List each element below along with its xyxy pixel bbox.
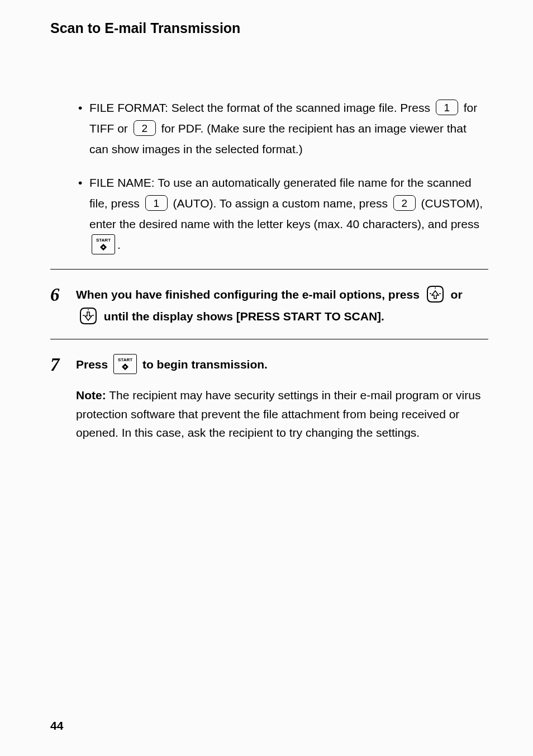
- bullet-file-name-text: FILE NAME: To use an automatically gener…: [89, 173, 488, 256]
- arrow-up-icon: [425, 284, 445, 304]
- page-title: Scan to E-mail Transmission: [50, 20, 488, 36]
- step-6-text2: or: [448, 288, 463, 301]
- file-name-label: FILE NAME:: [89, 176, 155, 189]
- bullet-file-name: • FILE NAME: To use an automatically gen…: [78, 173, 488, 256]
- bullet-dot-icon: •: [78, 98, 89, 119]
- divider: [50, 269, 488, 270]
- page-number: 44: [50, 719, 63, 733]
- file-format-text1: Select the format of the scanned image f…: [168, 101, 434, 114]
- key-1-button[interactable]: 1: [145, 195, 168, 211]
- step-7-number: 7: [50, 354, 76, 376]
- arrow-up-button[interactable]: [425, 284, 445, 304]
- step-6-body: When you have finished configuring the e…: [76, 284, 488, 328]
- step-6: 6 When you have finished configuring the…: [50, 284, 488, 328]
- diamond-icon: [122, 363, 129, 370]
- bullet-file-format: • FILE FORMAT: Select the format of the …: [78, 98, 488, 159]
- step-7: 7 Press START to begin transmission.: [50, 354, 488, 376]
- divider: [50, 339, 488, 339]
- file-format-label: FILE FORMAT:: [89, 101, 168, 114]
- key-2-button[interactable]: 2: [393, 195, 416, 211]
- bullet-dot-icon: •: [78, 173, 89, 193]
- note-text: The recipient may have security settings…: [76, 389, 480, 439]
- diamond-icon: [100, 244, 107, 251]
- start-button[interactable]: START: [113, 354, 137, 374]
- step-7-text1: Press: [76, 358, 111, 371]
- file-name-text2: (AUTO). To assign a custom name, press: [170, 197, 391, 210]
- start-button[interactable]: START: [92, 234, 115, 254]
- note-block: Note: The recipient may have security se…: [76, 386, 488, 442]
- arrow-down-icon: [78, 306, 98, 326]
- start-button-label: START: [96, 238, 111, 243]
- key-1-button[interactable]: 1: [436, 100, 458, 115]
- step-7-body: Press START to begin transmission.: [76, 354, 488, 376]
- step-7-text2: to begin transmission.: [139, 358, 268, 371]
- step-6-text1: When you have finished configuring the e…: [76, 288, 423, 301]
- bullet-file-format-text: FILE FORMAT: Select the format of the sc…: [89, 98, 488, 159]
- key-2-button[interactable]: 2: [134, 120, 156, 136]
- arrow-down-button[interactable]: [78, 306, 98, 326]
- step-6-number: 6: [50, 284, 76, 306]
- note-label: Note:: [76, 389, 106, 401]
- step-6-text3: until the display shows [PRESS START TO …: [101, 310, 384, 323]
- file-name-text4: .: [117, 238, 121, 251]
- start-button-label: START: [118, 358, 132, 362]
